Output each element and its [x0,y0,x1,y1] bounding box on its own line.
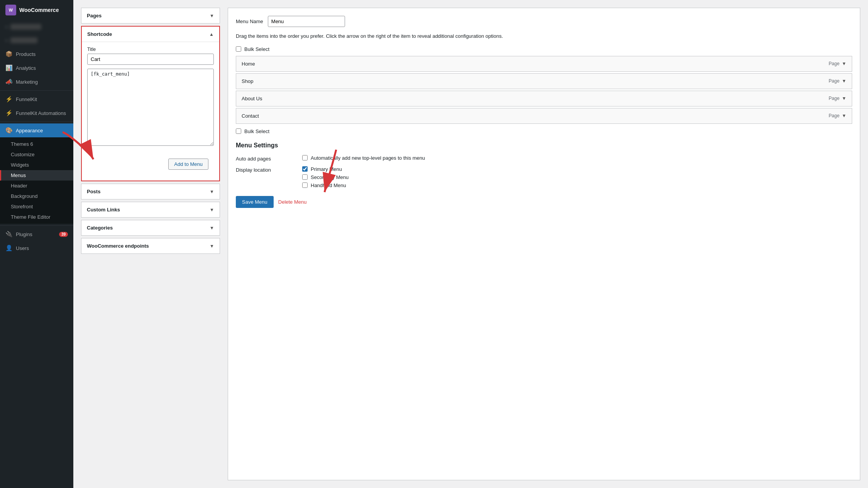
menu-item-contact[interactable]: Contact Page ▼ [236,108,852,124]
sidebar-sub-customize[interactable]: Customize [0,149,73,160]
accordion-shortcode-header[interactable]: Shortcode ▲ [82,27,219,42]
bulk-select-bottom-row: Bulk Select [236,128,852,134]
menu-name-row: Menu Name [236,16,852,27]
accordion-categories: Categories ▼ [81,220,220,236]
sidebar-logo-text: WooCommerce [19,7,59,13]
accordion-posts-chevron[interactable]: ▼ [210,189,214,194]
main-content: Pages ▼ Shortcode ▲ Title [fk_cart_menu] [73,0,868,488]
menu-item-contact-chevron[interactable]: ▼ [842,113,846,118]
sidebar-item-products-label: Products [16,51,36,57]
themes-label: Themes [11,141,29,147]
right-panel: Menu Name Drag the items into the order … [228,8,860,480]
accordion-posts-header[interactable]: Posts ▼ [81,184,220,199]
blurred-icon-2: ▪ [5,37,7,44]
bulk-select-top-label: Bulk Select [244,46,269,52]
primary-menu-checkbox[interactable] [302,166,308,172]
sidebar-item-funnelkit-automations[interactable]: ⚡ FunnelKit Automations [0,106,73,120]
menu-item-shop[interactable]: Shop Page ▼ [236,73,852,89]
sidebar-item-analytics-label: Analytics [16,65,36,71]
customize-label: Customize [11,152,34,157]
menu-item-shop-chevron[interactable]: ▼ [842,78,846,84]
add-to-menu-button[interactable]: Add to Menu [168,159,208,170]
sidebar-logo[interactable]: W WooCommerce [0,0,73,20]
secondary-menu-row: Secondary Menu [302,174,852,180]
sidebar-item-plugins[interactable]: 🔌 Plugins 39 [0,227,73,241]
sidebar-item-marketing[interactable]: 📣 Marketing [0,75,73,89]
secondary-menu-label: Secondary Menu [311,174,349,180]
sidebar-item-blurred-2[interactable]: ▪ hidden [0,34,73,47]
sidebar-sub-header[interactable]: Header [0,181,73,191]
marketing-icon: 📣 [5,78,13,85]
accordion-pages-label: Pages [87,13,102,19]
menu-item-home[interactable]: Home Page ▼ [236,56,852,72]
sidebar-item-analytics[interactable]: 📊 Analytics [0,61,73,75]
sidebar-item-blurred-1[interactable]: ▪ hidden [0,20,73,34]
menu-item-about-type-row: Page ▼ [829,96,846,101]
sidebar-item-plugins-label: Plugins [16,231,32,237]
accordion-categories-label: Categories [87,225,113,231]
products-icon: 📦 [5,51,13,57]
sidebar-sub-menus[interactable]: Menus [0,170,73,181]
sidebar-sub-menu: Themes 6 Customize Widgets Menus Header … [0,137,73,224]
menu-item-about-chevron[interactable]: ▼ [842,96,846,101]
bulk-select-bottom-label: Bulk Select [244,128,269,134]
auto-add-pages-checkbox-label: Automatically add new top-level pages to… [311,155,425,161]
delete-menu-link[interactable]: Delete Menu [278,199,307,205]
sidebar-item-appearance[interactable]: 🎨 Appearance [0,123,73,137]
accordion-custom-links-label: Custom Links [87,207,120,213]
menu-items-list: Home Page ▼ Shop Page ▼ About Us Page ▼ [236,56,852,124]
menu-item-about-type: Page [829,96,839,101]
accordion-woo-endpoints-header[interactable]: WooCommerce endpoints ▼ [81,238,220,253]
sidebar-sub-storefront[interactable]: Storefront [0,201,73,212]
accordion-categories-header[interactable]: Categories ▼ [81,220,220,235]
themes-badge: 6 [30,141,33,147]
handheld-menu-checkbox[interactable] [302,182,308,188]
save-menu-button[interactable]: Save Menu [236,196,274,208]
menu-settings-title: Menu Settings [236,142,852,149]
menu-item-home-name: Home [242,61,255,67]
users-icon: 👤 [5,245,13,252]
theme-file-editor-label: Theme File Editor [11,214,51,220]
accordion-custom-links-header[interactable]: Custom Links ▼ [81,202,220,217]
shortcode-title-input[interactable] [87,54,214,65]
funnelkit-icon: ⚡ [5,96,13,103]
primary-menu-label: Primary Menu [311,166,342,172]
sidebar-sub-background[interactable]: Background [0,191,73,201]
bulk-select-top-checkbox[interactable] [236,46,241,52]
menu-item-about-name: About Us [242,96,262,101]
settings-grid: Auto add pages Automatically add new top… [236,155,852,188]
accordion-pages-chevron[interactable]: ▼ [210,13,214,19]
menu-item-about[interactable]: About Us Page ▼ [236,91,852,106]
sidebar-item-users[interactable]: 👤 Users [0,241,73,255]
sidebar-sub-widgets[interactable]: Widgets [0,160,73,170]
accordion-custom-links: Custom Links ▼ [81,202,220,218]
storefront-label: Storefront [11,204,33,209]
sidebar-item-products[interactable]: 📦 Products [0,47,73,61]
menu-item-contact-type: Page [829,113,839,118]
bulk-select-bottom-checkbox[interactable] [236,128,241,134]
sidebar-item-appearance-label: Appearance [16,128,43,133]
sidebar-item-funnelkit[interactable]: ⚡ FunnelKit [0,92,73,106]
shortcode-textarea[interactable]: [fk_cart_menu] [87,69,214,146]
accordion-pages-header[interactable]: Pages ▼ [81,8,220,23]
auto-add-pages-checkbox-row: Automatically add new top-level pages to… [302,155,852,161]
accordion-woo-endpoints-chevron[interactable]: ▼ [210,243,214,249]
accordion-shortcode: Shortcode ▲ Title [fk_cart_menu] [81,26,220,181]
accordion-woo-endpoints: WooCommerce endpoints ▼ [81,238,220,254]
accordion-custom-links-chevron[interactable]: ▼ [210,207,214,213]
widgets-label: Widgets [11,162,29,168]
sidebar-sub-themes[interactable]: Themes 6 [0,139,73,149]
accordion-woo-endpoints-label: WooCommerce endpoints [87,243,149,249]
menu-item-home-chevron[interactable]: ▼ [842,61,846,66]
sidebar-sub-theme-file-editor[interactable]: Theme File Editor [0,212,73,222]
primary-menu-row: Primary Menu [302,166,852,172]
handheld-menu-label: Handheld Menu [311,182,346,188]
accordion-categories-chevron[interactable]: ▼ [210,225,214,231]
auto-add-pages-checkbox[interactable] [302,155,308,160]
accordion-posts: Posts ▼ [81,184,220,199]
menu-name-input[interactable] [268,16,345,27]
accordion-shortcode-chevron[interactable]: ▲ [209,32,214,37]
menu-instructions: Drag the items into the order you prefer… [236,32,852,40]
appearance-icon: 🎨 [5,127,13,134]
secondary-menu-checkbox[interactable] [302,174,308,180]
